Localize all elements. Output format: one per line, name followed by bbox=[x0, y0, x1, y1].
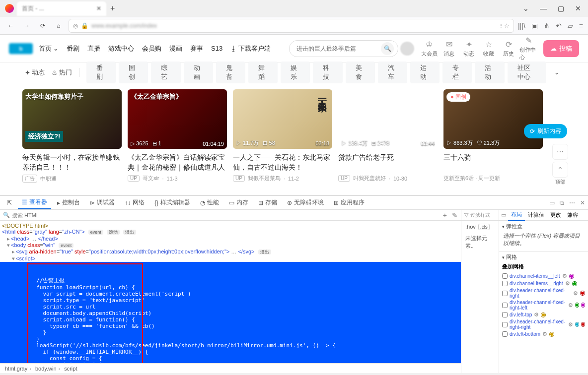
new-tab-button[interactable]: + bbox=[110, 4, 115, 13]
window-maximize-icon[interactable]: ▢ bbox=[558, 4, 564, 12]
topnav-item-8[interactable]: ⭳下载客户端 bbox=[230, 44, 271, 53]
devtools-responsive-icon[interactable]: ▭ bbox=[549, 199, 555, 206]
devtools-dock-icon[interactable]: ⧉ bbox=[560, 199, 564, 206]
gear-icon[interactable]: ⚙ bbox=[573, 290, 578, 297]
devtools-tab[interactable]: ⊳调试器 bbox=[86, 196, 119, 209]
grid-toggle[interactable] bbox=[502, 273, 508, 279]
devtools-tab[interactable]: ◔性能 bbox=[196, 196, 223, 209]
devtools-tab[interactable]: ▭内存 bbox=[225, 196, 252, 209]
header-icon-0[interactable]: ♔大会员 bbox=[420, 40, 438, 58]
channel-item-4[interactable]: 鬼畜 bbox=[216, 62, 245, 83]
channel-item-6[interactable]: 娱乐 bbox=[281, 62, 310, 83]
gear-icon[interactable]: ⚙ bbox=[568, 302, 573, 309]
devtools-close-icon[interactable]: ✕ bbox=[580, 199, 585, 206]
search-input[interactable] bbox=[296, 45, 381, 52]
nav-refresh-button[interactable]: ⟳ bbox=[37, 20, 49, 32]
channel-item-10[interactable]: 运动 bbox=[410, 62, 440, 83]
channel-item-9[interactable]: 汽车 bbox=[378, 62, 407, 83]
tab-close-icon[interactable]: ✕ bbox=[96, 5, 101, 12]
video-card[interactable]: ▷ 138.4万⊟ 247803:44贷款广告给老子死UP 叫我死盖就好 · 1… bbox=[338, 89, 438, 183]
channel-item-1[interactable]: 国创 bbox=[119, 62, 148, 83]
devtools-more-icon[interactable]: ⋯ bbox=[569, 199, 575, 206]
devtools-tab[interactable]: ⇱ bbox=[3, 197, 16, 208]
layout-panel-options-icon[interactable]: ▭ bbox=[499, 212, 508, 218]
video-card[interactable]: 一人之下 马家仙▷ 11.7万⊟ 5803:18一人之下——关石花：东北马家仙，… bbox=[233, 89, 332, 183]
channel-left-0[interactable]: ✦ 动态 bbox=[25, 68, 45, 77]
refresh-content-button[interactable]: ⟳ 刷新内容 bbox=[524, 124, 567, 138]
topnav-item-3[interactable]: 游戏中心 bbox=[108, 44, 134, 53]
topnav-item-0[interactable]: 首页⌄ bbox=[39, 44, 59, 53]
grid-section-header[interactable]: 网格 bbox=[502, 253, 585, 261]
grid-toggle[interactable] bbox=[502, 303, 508, 308]
gear-icon[interactable]: ⚙ bbox=[568, 321, 573, 328]
channel-left-1[interactable]: ♨ 热门 bbox=[52, 68, 72, 77]
header-icon-3[interactable]: ☆收藏 bbox=[480, 40, 498, 58]
toolbar-icon-2[interactable]: ⋔ bbox=[544, 22, 550, 30]
topnav-item-5[interactable]: 漫画 bbox=[169, 44, 182, 53]
nav-back-button[interactable]: ← bbox=[5, 20, 17, 32]
grid-toggle[interactable] bbox=[502, 312, 508, 317]
window-minimize-icon[interactable]: — bbox=[540, 4, 547, 12]
channel-more-icon[interactable]: ⌄ bbox=[550, 69, 563, 76]
nav-home-button[interactable]: ⌂ bbox=[53, 20, 65, 32]
toolbar-icon-0[interactable]: |||\ bbox=[518, 22, 525, 30]
video-card[interactable]: 大学生如何靠剪片子经济独立?!每天剪辑一小时，在家接单赚钱养活自己！！！广告 中… bbox=[22, 89, 122, 183]
browser-tab[interactable]: 首页 - ... ✕ bbox=[17, 1, 106, 16]
color-swatch[interactable] bbox=[580, 291, 585, 296]
site-logo[interactable]: b bbox=[9, 43, 33, 54]
color-swatch[interactable] bbox=[569, 274, 574, 279]
color-swatch[interactable] bbox=[572, 281, 577, 286]
channel-item-13[interactable]: 社区中心 bbox=[508, 62, 546, 83]
gear-icon[interactable]: ⚙ bbox=[542, 331, 547, 337]
color-swatch[interactable] bbox=[575, 303, 579, 308]
header-icon-4[interactable]: ⟳历史 bbox=[500, 40, 517, 58]
toolbar-icon-1[interactable]: ▣ bbox=[531, 22, 538, 30]
layout-tab-2[interactable]: 更改 bbox=[547, 210, 564, 220]
channel-item-3[interactable]: 动画 bbox=[184, 62, 213, 83]
avatar[interactable] bbox=[400, 42, 414, 56]
flex-section-header[interactable]: 弹性盒 bbox=[502, 223, 585, 230]
grid-toggle[interactable] bbox=[502, 322, 508, 327]
topnav-item-6[interactable]: 赛事 bbox=[190, 44, 203, 53]
topnav-item-2[interactable]: 直播 bbox=[87, 44, 100, 53]
devtools-tab[interactable]: ⊟存储 bbox=[254, 196, 281, 209]
reader-icon[interactable]: ⁝ bbox=[500, 22, 501, 29]
add-node-button[interactable]: + bbox=[443, 211, 447, 219]
channel-item-8[interactable]: 美食 bbox=[346, 62, 375, 83]
devtools-tab[interactable]: ☰查看器 bbox=[18, 196, 51, 209]
bookmark-star-icon[interactable]: ☆ bbox=[504, 22, 510, 29]
topnav-item-1[interactable]: 番剧 bbox=[67, 44, 79, 53]
channel-item-11[interactable]: 专栏 bbox=[442, 62, 472, 83]
scroll-top-button[interactable]: ⌃ bbox=[552, 162, 568, 178]
toolbar-icon-4[interactable]: ▱ bbox=[568, 22, 573, 30]
window-chevron-icon[interactable]: ⌄ bbox=[523, 4, 529, 12]
grid-toggle[interactable] bbox=[502, 291, 508, 296]
toolbar-icon-5[interactable]: ≡ bbox=[579, 22, 583, 30]
layout-tab-0[interactable]: 布局 bbox=[508, 210, 525, 221]
site-search-box[interactable]: 🔍 bbox=[289, 40, 398, 57]
grid-toggle[interactable] bbox=[502, 281, 508, 286]
topnav-item-7[interactable]: S13 bbox=[211, 45, 222, 52]
breadcrumb[interactable]: html.gray body.win script bbox=[0, 363, 461, 373]
toolbar-icon-3[interactable]: ↶ bbox=[556, 22, 562, 30]
grid-toggle[interactable] bbox=[502, 331, 508, 337]
eyedropper-button[interactable]: ✎ bbox=[452, 211, 458, 219]
devtools-tab[interactable]: ▸控制台 bbox=[53, 196, 84, 209]
layout-tab-3[interactable]: 兼容 bbox=[564, 210, 581, 220]
channel-item-2[interactable]: 综艺 bbox=[151, 62, 180, 83]
nav-forward-button[interactable]: → bbox=[21, 20, 33, 32]
upload-button[interactable]: ☁ 投稿 bbox=[543, 40, 579, 57]
layout-tab-1[interactable]: 计算值 bbox=[525, 210, 547, 220]
gear-icon[interactable]: ⚙ bbox=[565, 280, 570, 287]
gear-icon[interactable]: ⚙ bbox=[562, 273, 567, 279]
url-input[interactable]: ◎ 🔒 www.example.com/index ⁝ ☆ bbox=[69, 19, 514, 33]
color-swatch[interactable] bbox=[575, 322, 579, 327]
channel-item-7[interactable]: 科技 bbox=[313, 62, 342, 83]
color-swatch[interactable] bbox=[549, 332, 554, 337]
window-close-icon[interactable]: ✕ bbox=[575, 4, 581, 12]
video-card[interactable]: 《太乙金華宗旨》▷ 3625⊟ 101:04:19《太乙金华宗旨》白话解读家宝典… bbox=[128, 89, 227, 183]
dom-search-input[interactable] bbox=[10, 212, 443, 218]
devtools-tab[interactable]: {}样式编辑器 bbox=[150, 196, 194, 209]
channel-item-0[interactable]: 番剧 bbox=[86, 62, 116, 83]
devtools-tab[interactable]: ⊕无障碍环境 bbox=[283, 196, 328, 209]
